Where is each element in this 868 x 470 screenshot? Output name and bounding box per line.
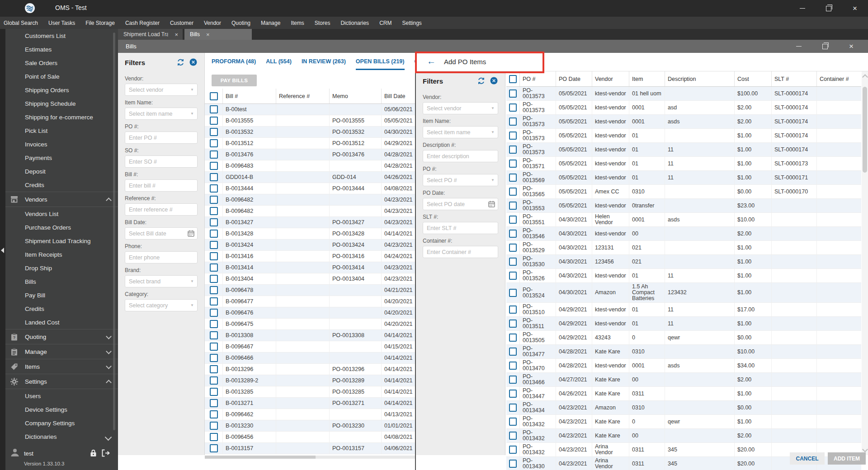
row-checkbox[interactable] [210, 139, 218, 147]
cell-po[interactable]: PO-0013511 [520, 317, 556, 330]
row-checkbox[interactable] [210, 376, 218, 385]
row-checkbox[interactable] [210, 354, 218, 362]
sidebar-section-settings[interactable]: Settings [5, 374, 118, 389]
workspace-tab-shipment-load-trac[interactable]: Shipment Load Trac...× [118, 29, 183, 40]
cell-po[interactable]: PO-0013573 [520, 87, 556, 100]
sidebar-item-invoices[interactable]: Invoices [5, 137, 118, 151]
row-checkbox[interactable] [509, 334, 517, 342]
cell-po[interactable]: PO-0013432 [520, 443, 556, 456]
cell-po[interactable]: PO-0013524 [520, 283, 556, 302]
cell-po[interactable]: PO-0013573 [520, 143, 556, 156]
row-checkbox[interactable] [509, 404, 517, 412]
sidebar-item-estimates[interactable]: Estimates [5, 42, 118, 56]
menu-file-storage[interactable]: File Storage [85, 20, 115, 26]
row-checkbox[interactable] [210, 263, 218, 272]
row-checkbox[interactable] [509, 460, 517, 468]
row-checkbox[interactable] [210, 218, 218, 226]
cell-po[interactable]: PO-0013573 [520, 129, 556, 142]
bills-tab-proforma-48[interactable]: PROFORMA (48) [212, 58, 256, 70]
cell-slt[interactable]: SLT-0000174 [772, 129, 817, 142]
bills-tab-open-bills-219[interactable]: OPEN BILLS (219) [356, 58, 405, 70]
menu-global-search[interactable]: Global Search [4, 20, 38, 26]
row-checkbox[interactable] [210, 230, 218, 238]
row-checkbox[interactable] [210, 162, 218, 170]
dropdown-caret-icon[interactable]: ▼ [190, 303, 194, 307]
sidebar-collapse-rail[interactable] [0, 29, 5, 470]
sidebar-item-credits[interactable]: Credits [5, 302, 118, 315]
sidebar-item-bills[interactable]: Bills [5, 275, 118, 288]
row-checkbox[interactable] [210, 241, 218, 249]
row-checkbox[interactable] [509, 446, 517, 454]
sidebar-item-vendors-list[interactable]: Vendors List [5, 207, 118, 221]
calendar-icon[interactable] [488, 201, 495, 209]
row-checkbox[interactable] [210, 422, 218, 430]
close-icon[interactable]: × [842, 0, 868, 17]
scrollbar-thumb[interactable] [863, 87, 867, 173]
bills-tab-all-554[interactable]: ALL (554) [266, 58, 292, 70]
po-filter-input-slt[interactable] [423, 222, 498, 234]
cell-po[interactable]: PO-0013432 [520, 415, 556, 428]
bills-filter-input-category[interactable] [125, 299, 198, 311]
add-item-button[interactable]: ADD ITEM [828, 452, 866, 465]
menu-quoting[interactable]: Quoting [231, 20, 250, 26]
sidebar-item-company-settings[interactable]: Company Settings [5, 416, 118, 430]
sidebar-item-payments[interactable]: Payments [5, 151, 118, 164]
row-checkbox[interactable] [210, 297, 218, 306]
calendar-icon[interactable] [188, 230, 194, 239]
bills-horizontal-scrollbar[interactable] [205, 456, 415, 459]
row-checkbox[interactable] [509, 174, 517, 182]
row-checkbox[interactable] [509, 272, 517, 280]
row-checkbox[interactable] [210, 343, 218, 351]
row-checkbox[interactable] [210, 433, 218, 441]
cell-po[interactable]: PO-0013529 [520, 241, 556, 254]
po-filter-input-vendor[interactable] [423, 102, 498, 114]
bills-filter-input-bill[interactable] [125, 179, 198, 192]
cell-po[interactable]: PO-0013477 [520, 345, 556, 358]
bills-filter-input-phone[interactable] [125, 251, 198, 263]
cell-po[interactable]: PO-0013510 [520, 303, 556, 316]
sidebar-item-deposit[interactable]: Deposit [5, 164, 118, 178]
row-checkbox[interactable] [509, 103, 517, 112]
cell-po[interactable]: PO-0013505 [520, 331, 556, 344]
sidebar-item-item-receipts[interactable]: Item Receipts [5, 248, 118, 261]
row-checkbox[interactable] [509, 160, 517, 168]
sidebar-section-items[interactable]: Items [5, 359, 118, 374]
row-checkbox[interactable] [210, 444, 218, 452]
row-checkbox[interactable] [509, 289, 517, 297]
row-checkbox[interactable] [509, 390, 517, 398]
close-icon[interactable]: × [206, 31, 210, 38]
sidebar-item-customers-list[interactable]: Customers List [5, 29, 118, 42]
bills-filter-input-bill-date[interactable] [125, 227, 198, 240]
menu-settings[interactable]: Settings [402, 20, 421, 26]
sidebar-section-quoting[interactable]: ?Quoting [5, 329, 118, 344]
dropdown-caret-icon[interactable]: ▼ [190, 279, 194, 283]
cell-po[interactable]: PO-0013565 [520, 185, 556, 198]
close-icon[interactable]: × [838, 40, 864, 53]
bills-filter-input-po[interactable] [125, 132, 198, 144]
row-checkbox[interactable] [210, 184, 218, 193]
row-checkbox[interactable] [210, 252, 218, 260]
sidebar-section-vendors[interactable]: Vendors [5, 192, 118, 207]
row-checkbox[interactable] [509, 376, 517, 384]
po-table-scrollbar[interactable] [862, 71, 868, 455]
sidebar-item-credits[interactable]: Credits [5, 178, 118, 192]
po-filter-input-item-name[interactable] [423, 126, 498, 138]
sidebar-item-users[interactable]: Users [5, 389, 118, 403]
row-checkbox[interactable] [509, 258, 517, 266]
row-checkbox[interactable] [210, 173, 218, 181]
menu-customer[interactable]: Customer [170, 20, 193, 26]
workspace-tab-bills[interactable]: Bills× [184, 29, 252, 40]
row-checkbox[interactable] [509, 306, 517, 314]
cell-po[interactable]: PO-0013526 [520, 269, 556, 282]
row-checkbox[interactable] [210, 207, 218, 215]
cell-po[interactable]: PO-0013470 [520, 359, 556, 372]
row-checkbox[interactable] [509, 418, 517, 426]
row-checkbox[interactable] [509, 230, 517, 238]
scroll-up-icon[interactable] [862, 74, 868, 80]
logout-icon[interactable] [102, 449, 110, 459]
refresh-icon[interactable] [177, 59, 184, 66]
cell-po[interactable]: PO-0013551 [520, 213, 556, 226]
row-checkbox[interactable] [509, 320, 517, 328]
sidebar-item-landed-cost[interactable]: Landed Cost [5, 315, 118, 329]
close-circle-icon[interactable] [490, 77, 498, 85]
